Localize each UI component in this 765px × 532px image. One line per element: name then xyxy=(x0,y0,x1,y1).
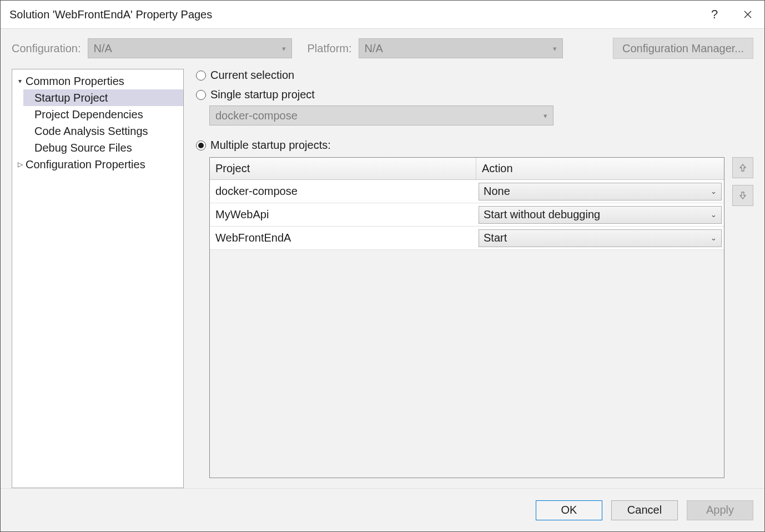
grid-body: docker-compose None ⌄ MyWebApi xyxy=(210,180,724,250)
property-pages-dialog: Solution 'WebFrontEndA' Property Pages ?… xyxy=(0,0,765,532)
radio-label: Single startup project xyxy=(210,88,315,101)
help-button[interactable]: ? xyxy=(698,1,731,28)
action-combo[interactable]: Start ⌄ xyxy=(479,229,722,247)
close-button[interactable] xyxy=(731,1,764,28)
action-value: None xyxy=(484,185,510,198)
configuration-label: Configuration: xyxy=(12,42,81,55)
action-combo[interactable]: Start without debugging ⌄ xyxy=(479,206,722,224)
tree-label: Configuration Properties xyxy=(26,158,145,171)
chevron-down-icon: ⌄ xyxy=(711,187,717,195)
single-startup-combo: docker-compose ▾ xyxy=(209,106,553,126)
cell-action: Start without debugging ⌄ xyxy=(476,205,724,225)
chevron-down-icon: ⌄ xyxy=(711,210,717,219)
platform-label: Platform: xyxy=(308,42,352,55)
radio-icon xyxy=(196,140,206,150)
radio-label: Current selection xyxy=(210,69,294,82)
startup-project-pane: Current selection Single startup project… xyxy=(196,69,753,488)
table-row[interactable]: MyWebApi Start without debugging ⌄ xyxy=(210,203,724,227)
configuration-combo: N/A ▾ xyxy=(88,38,292,58)
chevron-down-icon: ▾ xyxy=(282,44,286,53)
chevron-down-icon: ⌄ xyxy=(711,234,717,242)
multiple-startup-area: Project Action docker-compose None ⌄ xyxy=(209,157,753,478)
button-label: OK xyxy=(561,504,577,516)
window-title: Solution 'WebFrontEndA' Property Pages xyxy=(9,8,698,21)
col-action[interactable]: Action xyxy=(476,158,724,179)
grid-header: Project Action xyxy=(210,158,724,180)
arrow-down-icon xyxy=(738,191,747,200)
action-combo[interactable]: None ⌄ xyxy=(479,183,722,200)
projects-grid[interactable]: Project Action docker-compose None ⌄ xyxy=(209,157,724,478)
tree-common-properties[interactable]: ▾ Common Properties xyxy=(12,73,183,89)
tree-code-analysis-settings[interactable]: Code Analysis Settings xyxy=(12,123,183,139)
chevron-down-icon: ▾ xyxy=(543,112,547,120)
platform-value: N/A xyxy=(365,42,383,55)
main-row: ▾ Common Properties Startup Project Proj… xyxy=(12,69,753,488)
close-icon xyxy=(744,11,752,18)
reorder-buttons xyxy=(732,157,753,478)
single-startup-value: docker-compose xyxy=(215,109,298,122)
radio-single-startup[interactable]: Single startup project xyxy=(196,88,753,101)
expanded-icon: ▾ xyxy=(16,77,24,85)
configuration-value: N/A xyxy=(94,42,112,55)
move-down-button[interactable] xyxy=(732,185,753,206)
radio-icon xyxy=(196,90,206,100)
configuration-manager-label: Configuration Manager... xyxy=(622,42,744,55)
config-row: Configuration: N/A ▾ Platform: N/A ▾ Con… xyxy=(12,38,753,59)
tree-label: Common Properties xyxy=(26,75,124,88)
configuration-manager-button: Configuration Manager... xyxy=(613,38,753,59)
cell-project: WebFrontEndA xyxy=(210,232,476,244)
tree-label: Startup Project xyxy=(34,92,108,104)
action-value: Start xyxy=(484,232,507,244)
platform-combo: N/A ▾ xyxy=(359,38,563,58)
cell-action: Start ⌄ xyxy=(476,228,724,248)
col-project[interactable]: Project xyxy=(210,158,476,179)
tree-label: Code Analysis Settings xyxy=(34,125,148,138)
radio-multiple-startup[interactable]: Multiple startup projects: xyxy=(196,139,753,152)
dialog-footer: OK Cancel Apply xyxy=(1,488,764,531)
button-label: Apply xyxy=(706,504,734,516)
radio-label: Multiple startup projects: xyxy=(210,139,331,152)
ok-button[interactable]: OK xyxy=(536,500,602,520)
cell-project: docker-compose xyxy=(210,185,476,198)
tree-startup-project[interactable]: Startup Project xyxy=(23,89,183,106)
content-area: Configuration: N/A ▾ Platform: N/A ▾ Con… xyxy=(1,28,764,488)
cell-project: MyWebApi xyxy=(210,208,476,221)
button-label: Cancel xyxy=(627,504,662,516)
radio-current-selection[interactable]: Current selection xyxy=(196,69,753,82)
apply-button: Apply xyxy=(687,500,753,520)
radio-icon xyxy=(196,71,206,81)
tree-label: Debug Source Files xyxy=(34,142,132,154)
cell-action: None ⌄ xyxy=(476,182,724,202)
collapsed-icon: ▷ xyxy=(16,160,24,168)
table-row[interactable]: WebFrontEndA Start ⌄ xyxy=(210,227,724,250)
table-row[interactable]: docker-compose None ⌄ xyxy=(210,180,724,203)
arrow-up-icon xyxy=(738,163,747,172)
action-value: Start without debugging xyxy=(484,208,600,221)
cancel-button[interactable]: Cancel xyxy=(611,500,678,520)
category-tree[interactable]: ▾ Common Properties Startup Project Proj… xyxy=(12,69,184,488)
tree-configuration-properties[interactable]: ▷ Configuration Properties xyxy=(12,156,183,173)
tree-project-dependencies[interactable]: Project Dependencies xyxy=(12,106,183,123)
tree-debug-source-files[interactable]: Debug Source Files xyxy=(12,139,183,156)
titlebar: Solution 'WebFrontEndA' Property Pages ? xyxy=(1,1,764,28)
tree-label: Project Dependencies xyxy=(34,108,143,121)
move-up-button[interactable] xyxy=(732,157,753,178)
chevron-down-icon: ▾ xyxy=(553,44,557,53)
